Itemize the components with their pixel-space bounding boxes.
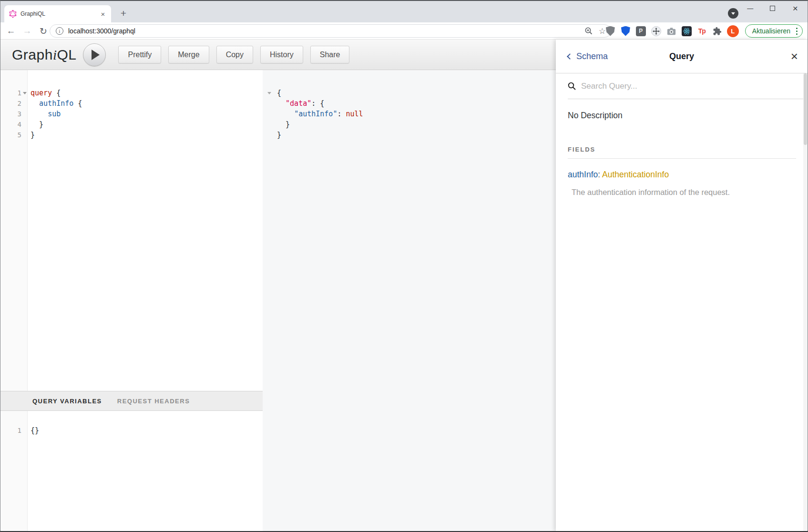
- share-button[interactable]: Share: [310, 46, 350, 63]
- query-line-2[interactable]: 2 authInfo {: [0, 98, 263, 109]
- react-devtools-extension-icon[interactable]: [681, 26, 692, 37]
- tampermonkey-extension-icon[interactable]: Tp: [696, 26, 707, 37]
- maximize-icon: [770, 6, 775, 11]
- result-line-4: }: [263, 119, 557, 130]
- type-description: No Description: [568, 111, 796, 121]
- field-name-link[interactable]: authInfo: [568, 170, 598, 179]
- result-viewer[interactable]: { "data": { "authInfo": null } }: [263, 70, 557, 531]
- browser-toolbar: ← → ↻ i localhost:3000/graphql ☆ P: [0, 22, 808, 40]
- query-editor[interactable]: 1 query { 2 authInfo { 3 su: [0, 70, 263, 391]
- tab-strip: GraphiQL × + — ×: [0, 1, 808, 22]
- browser-update-button[interactable]: Aktualisieren: [745, 24, 803, 38]
- graphiql-logo: GraphiQL: [12, 47, 76, 63]
- query-line-1[interactable]: 1 query {: [0, 88, 263, 98]
- editor-column: 1 query { 2 authInfo { 3 su: [0, 70, 263, 531]
- window-minimize-button[interactable]: —: [739, 1, 761, 16]
- forward-button: →: [20, 24, 34, 38]
- tab-close-icon[interactable]: ×: [99, 10, 107, 18]
- profile-avatar[interactable]: L: [727, 25, 739, 37]
- p-extension-icon[interactable]: P: [635, 26, 646, 37]
- graphiql-app: GraphiQL Prettify Merge Copy History Sha…: [0, 40, 808, 531]
- result-line-1: {: [263, 88, 557, 98]
- browser-tab-graphiql[interactable]: GraphiQL ×: [4, 5, 111, 22]
- variables-section-bar: QUERY VARIABLES REQUEST HEADERS: [0, 391, 263, 411]
- result-line-5: }: [263, 130, 557, 140]
- browser-window: GraphiQL × + — × ← → ↻ i localhost:3000/…: [0, 0, 808, 532]
- field-description: The authentication information of the re…: [572, 188, 796, 197]
- tab-query-variables[interactable]: QUERY VARIABLES: [32, 398, 102, 405]
- docs-title: Query: [556, 51, 808, 61]
- move-extension-icon[interactable]: [651, 26, 662, 37]
- zoom-icon[interactable]: [584, 27, 593, 35]
- window-controls: — ×: [739, 1, 807, 16]
- docs-search-input[interactable]: [581, 82, 762, 91]
- result-line-2: "data": {: [263, 98, 557, 109]
- tab-title: GraphiQL: [20, 10, 99, 17]
- docs-search-row: [568, 73, 808, 99]
- url-text[interactable]: localhost:3000/graphql: [68, 27, 584, 35]
- graphql-logo-icon: [9, 10, 17, 18]
- field-entry-authinfo: authInfo: AuthenticationInfo: [568, 170, 796, 180]
- scrollbar-thumb[interactable]: [804, 73, 807, 145]
- bitwarden-extension-icon[interactable]: [620, 26, 631, 37]
- window-maximize-button[interactable]: [761, 1, 784, 16]
- search-icon: [568, 82, 576, 91]
- back-button[interactable]: ←: [4, 24, 18, 38]
- merge-button[interactable]: Merge: [168, 46, 209, 63]
- address-bar[interactable]: i localhost:3000/graphql ☆: [50, 24, 611, 38]
- ublock-extension-icon[interactable]: [605, 26, 616, 37]
- query-line-5[interactable]: 5 }: [0, 130, 263, 140]
- extensions-puzzle-icon[interactable]: [712, 26, 723, 37]
- docs-header: Query Schema ×: [556, 40, 808, 73]
- reload-button[interactable]: ↻: [37, 24, 50, 38]
- graphiql-topbar: GraphiQL Prettify Merge Copy History Sha…: [0, 40, 557, 70]
- execute-query-button[interactable]: [83, 43, 106, 66]
- docs-scrollbar[interactable]: [803, 73, 808, 531]
- copy-button[interactable]: Copy: [216, 46, 253, 63]
- docs-panel: Query Schema × No Description FIELDS aut…: [556, 40, 808, 531]
- window-close-button[interactable]: ×: [784, 1, 807, 16]
- fold-caret-icon[interactable]: [267, 92, 271, 94]
- update-button-label: Aktualisieren: [752, 27, 790, 35]
- query-line-4[interactable]: 4 }: [0, 119, 263, 130]
- tab-search-icon[interactable]: [728, 8, 738, 19]
- result-line-3: "authInfo": null: [263, 109, 557, 119]
- fold-caret-icon[interactable]: [23, 92, 27, 94]
- docs-close-button[interactable]: ×: [791, 40, 798, 73]
- new-tab-button[interactable]: +: [117, 7, 130, 20]
- field-type-link[interactable]: AuthenticationInfo: [602, 170, 669, 179]
- fields-section-header: FIELDS: [568, 146, 796, 153]
- fields-divider: [568, 158, 796, 159]
- variables-line-1[interactable]: 1 {}: [0, 425, 263, 436]
- variables-editor[interactable]: 1 {}: [0, 411, 263, 531]
- query-line-3[interactable]: 3 sub: [0, 109, 263, 119]
- site-info-icon[interactable]: i: [56, 27, 63, 35]
- menu-dots-icon[interactable]: [796, 28, 798, 35]
- play-icon: [92, 50, 100, 60]
- prettify-button[interactable]: Prettify: [118, 46, 161, 63]
- tab-request-headers[interactable]: REQUEST HEADERS: [117, 398, 190, 405]
- screenshot-extension-icon[interactable]: [666, 26, 677, 37]
- history-button[interactable]: History: [260, 46, 303, 63]
